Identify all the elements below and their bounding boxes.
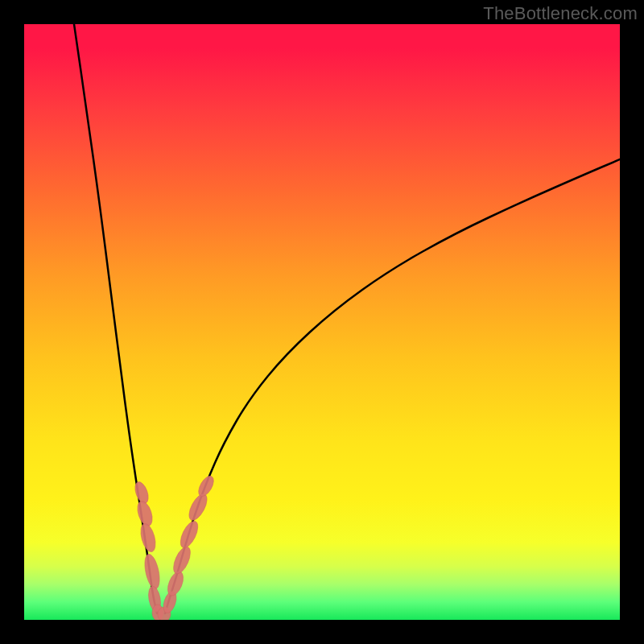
- data-marker: [138, 522, 159, 554]
- data-marker: [170, 544, 193, 576]
- bottleneck-curve: [24, 24, 620, 620]
- data-marker: [142, 553, 163, 590]
- data-marker: [196, 473, 217, 498]
- data-marker: [177, 518, 201, 550]
- data-marker: [185, 491, 210, 522]
- curve-right-branch: [165, 159, 620, 613]
- chart-frame: TheBottleneck.com: [0, 0, 644, 644]
- attribution-text: TheBottleneck.com: [483, 3, 638, 24]
- plot-area: [24, 24, 620, 620]
